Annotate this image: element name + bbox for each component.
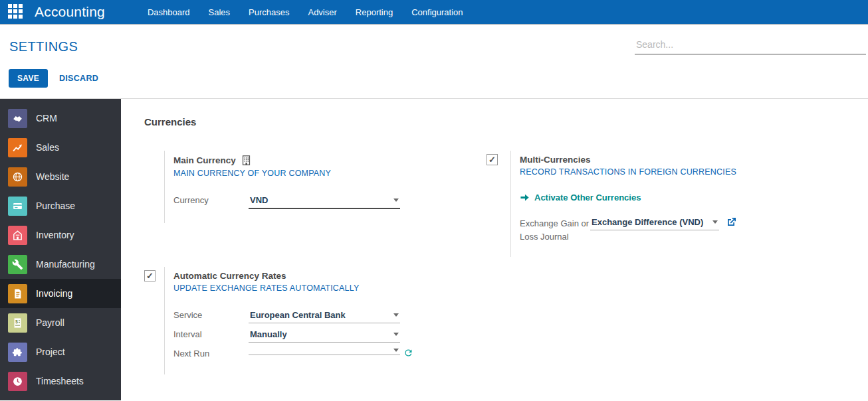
warehouse-icon: [8, 226, 27, 245]
sidebar-item-label: Manufacturing: [36, 259, 95, 270]
main-currency-checkbox-column: [144, 151, 164, 223]
activate-other-currencies-link[interactable]: Activate Other Currencies: [520, 193, 856, 202]
chevron-down-icon: [712, 220, 718, 224]
sidebar-item-label: Project: [36, 347, 65, 357]
multi-currencies-title: Multi-Currencies: [520, 155, 856, 165]
main-currency-block: Main Currency MAIN CURRENCY OF YOUR COMP…: [144, 151, 470, 223]
open-record-external-link-icon[interactable]: [726, 216, 737, 230]
interval-field-row: Interval Manually: [173, 328, 470, 343]
page-title: SETTINGS: [9, 39, 78, 54]
main-currency-subtitle: MAIN CURRENCY OF YOUR COMPANY: [173, 169, 470, 178]
chevron-down-icon: [393, 349, 399, 352]
multi-currencies-block: ✓ Multi-Currencies RECORD TRANSACTIONS I…: [487, 151, 859, 257]
sidebar-item-sales[interactable]: Sales: [0, 133, 121, 162]
apps-grid-icon[interactable]: [8, 4, 24, 20]
globe-icon: [8, 167, 27, 187]
sidebar-item-label: CRM: [36, 113, 57, 123]
exchange-journal-value: Exchange Difference (VND): [592, 217, 703, 227]
currency-value: VND: [250, 195, 268, 205]
service-field-row: Service European Central Bank: [173, 309, 470, 323]
section-title-currencies: Currencies: [144, 116, 196, 127]
sidebar-item-website[interactable]: Website: [0, 162, 121, 191]
next-run-field-label: Next Run: [173, 347, 249, 359]
sidebar-item-label: Website: [36, 171, 69, 182]
sidebar-item-label: Sales: [36, 142, 59, 153]
menu-reporting[interactable]: Reporting: [356, 7, 393, 17]
sidebar-item-manufacturing[interactable]: Manufacturing: [0, 250, 121, 279]
sidebar-item-label: Inventory: [36, 230, 74, 240]
save-button[interactable]: SAVE: [9, 69, 48, 88]
chevron-down-icon: [393, 313, 399, 317]
right-arrow-icon: [520, 193, 530, 202]
next-run-select[interactable]: [249, 347, 400, 355]
discard-button[interactable]: DISCARD: [59, 74, 98, 83]
exchange-journal-select[interactable]: Exchange Difference (VND): [590, 216, 719, 230]
interval-select[interactable]: Manually: [249, 328, 400, 343]
automatic-rates-subtitle: UPDATE EXCHANGE RATES AUTOMATICALLY: [173, 283, 470, 293]
sidebar-item-label: Invoicing: [36, 288, 72, 299]
chevron-down-icon: [393, 199, 399, 202]
menu-purchases[interactable]: Purchases: [249, 7, 289, 17]
sidebar-item-project[interactable]: Project: [0, 337, 121, 366]
automatic-currency-rates-block: ✓ Automatic Currency Rates UPDATE EXCHAN…: [144, 267, 470, 374]
activate-link-text: Activate Other Currencies: [534, 193, 641, 202]
refresh-rates-icon[interactable]: [403, 348, 413, 361]
sidebar-item-inventory[interactable]: Inventory: [0, 220, 121, 250]
svg-text:$: $: [15, 319, 18, 324]
exchange-journal-label: Exchange Gain or Loss Journal: [520, 216, 590, 243]
apps-sidebar: CRM Sales Website Purchase Inventory: [0, 99, 121, 400]
menu-sales[interactable]: Sales: [209, 7, 231, 17]
company-building-icon: [241, 155, 252, 166]
sidebar-item-timesheets[interactable]: Timesheets: [0, 366, 121, 396]
handshake-icon: [8, 109, 27, 128]
service-value: European Central Bank: [250, 310, 346, 320]
clock-icon: [8, 372, 27, 391]
next-run-field-row: Next Run: [173, 347, 470, 361]
automatic-rates-title: Automatic Currency Rates: [173, 271, 470, 281]
top-menu: Dashboard Sales Purchases Adviser Report…: [148, 7, 463, 17]
chevron-down-icon: [393, 333, 399, 336]
exchange-journal-field-row: Exchange Gain or Loss Journal Exchange D…: [520, 216, 856, 243]
sidebar-item-payroll[interactable]: $ Payroll: [0, 308, 121, 337]
sidebar-item-invoicing[interactable]: Invoicing: [0, 279, 121, 308]
automatic-rates-checkbox[interactable]: ✓: [144, 270, 156, 281]
main-currency-title: Main Currency: [173, 155, 470, 166]
credit-card-icon: [8, 197, 27, 216]
settings-header: SETTINGS SAVE DISCARD: [0, 25, 868, 99]
sidebar-item-label: Payroll: [36, 317, 64, 328]
wrench-icon: [8, 255, 27, 274]
currency-select[interactable]: VND: [249, 194, 400, 209]
sidebar-item-purchase[interactable]: Purchase: [0, 191, 121, 220]
service-select[interactable]: European Central Bank: [249, 309, 400, 323]
interval-value: Manually: [250, 329, 287, 339]
search-box: [635, 37, 866, 54]
settings-content: Currencies Main Currency MAIN CURRENCY O…: [121, 99, 868, 400]
puzzle-icon: [8, 343, 27, 362]
sidebar-item-label: Timesheets: [36, 376, 84, 386]
search-input[interactable]: [635, 37, 866, 54]
service-field-label: Service: [173, 309, 249, 320]
main-currency-title-text: Main Currency: [173, 155, 236, 165]
top-navbar: Accounting Dashboard Sales Purchases Adv…: [0, 0, 868, 25]
menu-configuration[interactable]: Configuration: [411, 7, 463, 17]
currency-field-row: Currency VND: [173, 194, 470, 209]
multi-currencies-checkbox[interactable]: ✓: [487, 154, 498, 165]
interval-field-label: Interval: [173, 328, 249, 339]
menu-dashboard[interactable]: Dashboard: [148, 7, 190, 17]
currency-field-label: Currency: [173, 194, 249, 205]
app-title[interactable]: Accounting: [35, 4, 105, 20]
multi-currencies-subtitle: RECORD TRANSACTIONS IN FOREIGN CURRENCIE…: [520, 167, 856, 177]
invoice-document-icon: [8, 284, 27, 303]
menu-adviser[interactable]: Adviser: [308, 7, 336, 17]
action-buttons: SAVE DISCARD: [9, 69, 98, 88]
payslip-icon: $: [8, 313, 27, 333]
sidebar-item-crm[interactable]: CRM: [0, 104, 121, 133]
sidebar-item-label: Purchase: [36, 200, 75, 211]
sales-chart-icon: [8, 138, 27, 157]
